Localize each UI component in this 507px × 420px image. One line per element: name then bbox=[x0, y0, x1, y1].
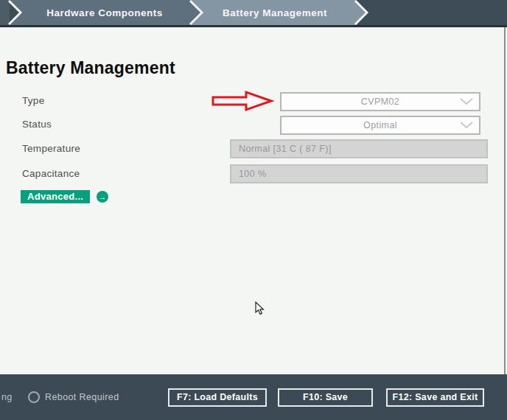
main-content: Battery Management Type CVPM02 Status Op… bbox=[0, 27, 507, 374]
breadcrumb: Hardware Components Battery Management bbox=[0, 0, 507, 27]
truncated-status-text: ng bbox=[1, 392, 13, 402]
mouse-cursor-icon bbox=[255, 301, 267, 316]
chevron-down-icon bbox=[460, 122, 473, 129]
load-defaults-button[interactable]: F7: Load Defaults bbox=[168, 388, 267, 407]
breadcrumb-previous-segment-sliver[interactable] bbox=[0, 0, 10, 25]
type-label: Type bbox=[22, 95, 44, 106]
reboot-required-label: Reboot Required bbox=[45, 392, 119, 402]
save-button[interactable]: F10: Save bbox=[278, 388, 373, 407]
capacitance-field: 100 % bbox=[230, 164, 488, 183]
type-dropdown[interactable]: CVPM02 bbox=[280, 92, 480, 111]
reboot-required-indicator-icon bbox=[28, 391, 40, 403]
status-dropdown[interactable]: Optimal bbox=[280, 116, 480, 135]
footer-bar: ng Reboot Required F7: Load Defaults F10… bbox=[0, 374, 507, 420]
save-and-exit-button[interactable]: F12: Save and Exit bbox=[386, 388, 484, 407]
advanced-button[interactable]: Advanced... bbox=[21, 190, 90, 203]
status-label: Status bbox=[22, 119, 52, 130]
window-right-border bbox=[504, 27, 506, 374]
temperature-label: Temperature bbox=[22, 143, 80, 154]
red-arrow-annotation-icon bbox=[211, 90, 274, 112]
status-value: Optimal bbox=[363, 120, 397, 130]
page-title: Battery Management bbox=[6, 58, 175, 78]
breadcrumb-item-battery-management[interactable]: Battery Management bbox=[223, 7, 327, 18]
breadcrumb-item-hardware-components[interactable]: Hardware Components bbox=[46, 7, 162, 18]
type-value: CVPM02 bbox=[361, 97, 399, 107]
capacitance-label: Capacitance bbox=[22, 168, 80, 179]
chevron-down-icon bbox=[460, 98, 473, 105]
temperature-field: Normal [31 C ( 87 F)] bbox=[230, 139, 488, 158]
arrow-right-circle-icon[interactable]: → bbox=[97, 191, 108, 203]
